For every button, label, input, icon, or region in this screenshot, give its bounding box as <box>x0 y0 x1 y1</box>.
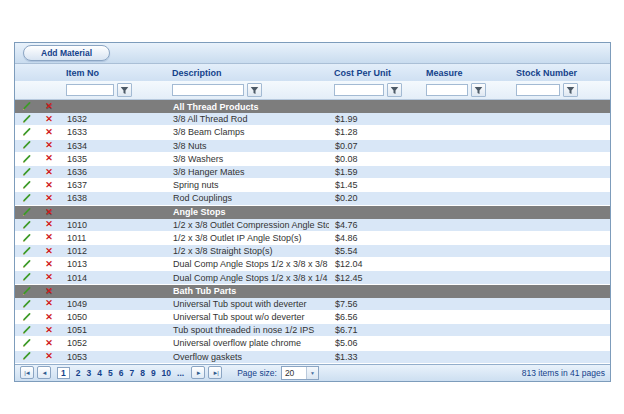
delete-icon[interactable]: ✕ <box>42 153 56 165</box>
edit-icon[interactable] <box>19 139 33 151</box>
grid-rows: ✕All Thread Products✕16323/8 All Thread … <box>15 100 610 364</box>
delete-icon[interactable]: ✕ <box>42 166 56 178</box>
edit-icon[interactable] <box>19 218 33 230</box>
item-no-cell: 1049 <box>61 299 167 309</box>
delete-cell: ✕ <box>37 351 61 363</box>
group-title: Bath Tub Parts <box>167 286 236 296</box>
edit-icon[interactable] <box>19 310 33 322</box>
table-row: ✕16353/8 Washers$0.08 <box>15 153 610 166</box>
item-no-cell: 1636 <box>61 167 167 177</box>
edit-icon[interactable] <box>19 337 33 349</box>
filter-button-description[interactable] <box>247 83 262 97</box>
filter-button-measure[interactable] <box>471 83 486 97</box>
delete-icon[interactable]: ✕ <box>42 258 56 270</box>
description-cell: Tub spout threaded in nose 1/2 IPS <box>167 325 329 335</box>
filter-button-item_no[interactable] <box>117 83 132 97</box>
edit-icon[interactable] <box>19 284 33 296</box>
delete-icon[interactable]: ✕ <box>42 140 56 152</box>
delete-icon[interactable]: ✕ <box>42 298 56 310</box>
cost-cell: $4.86 <box>329 233 421 243</box>
edit-icon[interactable] <box>19 100 33 112</box>
pager-ellipsis-link[interactable]: ... <box>177 368 184 378</box>
edit-icon[interactable] <box>19 231 33 243</box>
pager-first-button[interactable]: |◄ <box>20 366 34 379</box>
pager-page-link[interactable]: 2 <box>76 368 81 378</box>
column-header-stock[interactable]: Stock Number <box>511 68 610 78</box>
delete-icon[interactable]: ✕ <box>42 192 56 204</box>
edit-icon[interactable] <box>19 152 33 164</box>
cost-cell: $7.56 <box>329 299 421 309</box>
edit-icon[interactable] <box>19 297 33 309</box>
delete-cell: ✕ <box>37 113 61 125</box>
edit-icon[interactable] <box>19 258 33 270</box>
delete-icon[interactable]: ✕ <box>42 206 56 218</box>
edit-icon[interactable] <box>19 324 33 336</box>
description-filter-input[interactable] <box>172 84 244 96</box>
stock-filter-input[interactable] <box>516 84 560 96</box>
pager-page-link[interactable]: 4 <box>97 368 102 378</box>
delete-icon[interactable]: ✕ <box>42 219 56 231</box>
edit-icon[interactable] <box>19 126 33 138</box>
delete-icon[interactable]: ✕ <box>42 179 56 191</box>
cost-filter-input[interactable] <box>334 84 384 96</box>
edit-cell <box>15 178 37 192</box>
pager-page-link[interactable]: 10 <box>162 368 171 378</box>
table-row: ✕16363/8 Hanger Mates$1.59 <box>15 166 610 179</box>
edit-icon[interactable] <box>19 244 33 256</box>
filter-cell-cost <box>329 83 421 97</box>
pager-page-link[interactable]: 3 <box>86 368 91 378</box>
delete-icon[interactable]: ✕ <box>42 285 56 297</box>
edit-pencil-icon <box>21 337 32 348</box>
edit-icon[interactable] <box>19 113 33 125</box>
table-row: ✕1049Universal Tub spout with deverter$7… <box>15 298 610 311</box>
pager-page-link[interactable]: 5 <box>108 368 113 378</box>
table-row: ✕1637Spring nuts$1.45 <box>15 179 610 192</box>
column-header-description[interactable]: Description <box>167 68 329 78</box>
column-header-item_no[interactable]: Item No <box>61 68 167 78</box>
delete-icon[interactable]: ✕ <box>42 337 56 349</box>
filter-cell-stock <box>511 83 610 97</box>
pager-page-numbers: 12345678910... <box>54 367 187 379</box>
item-no-cell: 1635 <box>61 154 167 164</box>
table-row: ✕10101/2 x 3/8 Outlet Compression Angle … <box>15 219 610 232</box>
edit-icon[interactable] <box>19 165 33 177</box>
pager-page-link[interactable]: 6 <box>119 368 124 378</box>
column-header-cost[interactable]: Cost Per Unit <box>329 68 421 78</box>
edit-icon[interactable] <box>19 350 33 362</box>
edit-icon[interactable] <box>19 192 33 204</box>
pager-last-button[interactable]: ►| <box>208 366 222 379</box>
measure-filter-input[interactable] <box>426 84 468 96</box>
edit-cell <box>15 284 37 298</box>
page-size-select[interactable]: 20 ▼ <box>281 366 319 380</box>
pager-page-link[interactable]: 9 <box>151 368 156 378</box>
edit-icon[interactable] <box>19 205 33 217</box>
filter-button-stock[interactable] <box>563 83 578 97</box>
delete-icon[interactable]: ✕ <box>42 113 56 125</box>
delete-icon[interactable]: ✕ <box>42 126 56 138</box>
delete-icon[interactable]: ✕ <box>42 101 56 113</box>
pager-bar: |◄ ◄ 12345678910... ► ►| Page size: 20 ▼… <box>15 364 610 381</box>
description-cell: 3/8 Beam Clamps <box>167 127 329 137</box>
pager-page-link[interactable]: 8 <box>140 368 145 378</box>
edit-icon[interactable] <box>19 271 33 283</box>
delete-icon[interactable]: ✕ <box>42 351 56 363</box>
pager-next-button[interactable]: ► <box>191 366 205 379</box>
table-row: ✕1014Dual Comp Angle Stops 1/2 x 3/8 x 1… <box>15 271 610 284</box>
edit-icon[interactable] <box>19 178 33 190</box>
delete-icon[interactable]: ✕ <box>42 324 56 336</box>
delete-icon[interactable]: ✕ <box>42 245 56 257</box>
item-no-cell: 1052 <box>61 338 167 348</box>
delete-icon[interactable]: ✕ <box>42 272 56 284</box>
column-header-measure[interactable]: Measure <box>421 68 511 78</box>
delete-icon[interactable]: ✕ <box>42 232 56 244</box>
item_no-filter-input[interactable] <box>66 84 114 96</box>
filter-button-cost[interactable] <box>387 83 402 97</box>
add-material-button[interactable]: Add Material <box>23 45 110 61</box>
edit-cell <box>15 126 37 140</box>
delete-icon[interactable]: ✕ <box>42 311 56 323</box>
pager-page-link[interactable]: 7 <box>129 368 134 378</box>
delete-cell: ✕ <box>37 272 61 284</box>
item-no-cell: 1634 <box>61 141 167 151</box>
description-cell: Universal overflow plate chrome <box>167 338 329 348</box>
pager-prev-button[interactable]: ◄ <box>37 366 51 379</box>
